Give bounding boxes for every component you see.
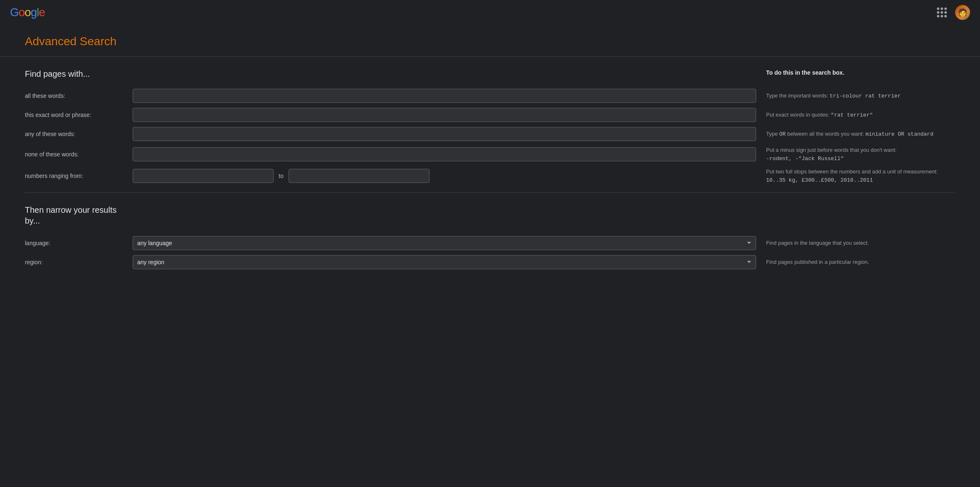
exact-phrase-input-area [133, 108, 756, 122]
apps-dot [937, 11, 939, 14]
logo-letter-g2: g [31, 6, 37, 19]
any-words-input[interactable] [133, 127, 756, 141]
language-hint: Find pages in the language that you sele… [756, 239, 955, 247]
apps-dot [944, 7, 947, 10]
region-row: region: any region Find pages published … [25, 255, 955, 269]
avatar[interactable]: 🧑 [955, 5, 970, 20]
none-words-row: none of these words: Put a minus sign ju… [25, 146, 955, 163]
find-section-header-row: Find pages with... To do this in the sea… [25, 69, 955, 79]
range-row: numbers ranging from: to Put two full st… [25, 168, 955, 184]
main-content: Find pages with... To do this in the sea… [0, 57, 980, 287]
language-select-area: any language [133, 236, 756, 250]
language-label: language: [25, 240, 133, 246]
exact-phrase-label: this exact word or phrase: [25, 112, 133, 118]
language-row: language: any language Find pages in the… [25, 236, 955, 250]
find-section-title: Find pages with... [25, 69, 90, 78]
any-words-input-area [133, 127, 756, 141]
apps-dot [937, 7, 939, 10]
apps-dot [941, 7, 943, 10]
logo-letter-g: G [10, 6, 19, 19]
find-section-hint-col: To do this in the search box. [756, 69, 955, 76]
google-logo[interactable]: Google [10, 6, 45, 19]
range-to-separator: to [279, 173, 284, 179]
language-select[interactable]: any language [133, 236, 756, 250]
logo-letter-e: e [39, 6, 45, 19]
any-words-label: any of these words: [25, 131, 133, 137]
header: Google 🧑 [0, 0, 980, 25]
apps-dot [941, 11, 943, 14]
narrow-section-header-row: Then narrow your results by... [25, 205, 955, 226]
find-section-label-col: Find pages with... [25, 69, 133, 79]
none-words-input-area [133, 147, 756, 161]
all-words-label: all these words: [25, 93, 133, 99]
logo-letter-o2: o [24, 6, 31, 19]
apps-dot [944, 11, 947, 14]
region-hint: Find pages published in a particular reg… [756, 258, 955, 266]
region-select[interactable]: any region [133, 255, 756, 269]
region-label: region: [25, 259, 133, 265]
all-words-hint: Type the important words: tri-colour rat… [756, 92, 955, 100]
none-words-hint: Put a minus sign just before words that … [756, 146, 955, 163]
apps-dot [937, 15, 939, 17]
range-hint: Put two full stops between the numbers a… [756, 168, 955, 184]
page-title-section: Advanced Search [0, 25, 980, 57]
hint-column-title: To do this in the search box. [766, 69, 844, 76]
page-title: Advanced Search [25, 35, 955, 48]
range-label: numbers ranging from: [25, 173, 133, 179]
none-words-input[interactable] [133, 147, 756, 161]
narrow-section-title: Then narrow your results by... [25, 205, 116, 225]
exact-phrase-row: this exact word or phrase: Put exact wor… [25, 108, 955, 122]
any-words-hint: Type OR between all the words you want: … [756, 130, 955, 139]
any-words-row: any of these words: Type OR between all … [25, 127, 955, 141]
exact-phrase-hint: Put exact words in quotes: "rat terrier" [756, 111, 955, 119]
logo-letter-o1: o [19, 6, 25, 19]
none-words-label: none of these words: [25, 151, 133, 158]
range-from-input[interactable] [133, 169, 274, 183]
apps-icon[interactable] [935, 6, 948, 19]
apps-dot [944, 15, 947, 17]
region-select-area: any region [133, 255, 756, 269]
range-to-input[interactable] [289, 169, 429, 183]
apps-dot [941, 15, 943, 17]
narrow-section-label-col: Then narrow your results by... [25, 205, 133, 226]
all-words-input[interactable] [133, 89, 756, 103]
section-divider [25, 192, 955, 193]
exact-phrase-input[interactable] [133, 108, 756, 122]
header-right: 🧑 [935, 5, 970, 20]
all-words-row: all these words: Type the important word… [25, 89, 955, 103]
all-words-input-area [133, 89, 756, 103]
range-input-area: to [133, 169, 756, 183]
